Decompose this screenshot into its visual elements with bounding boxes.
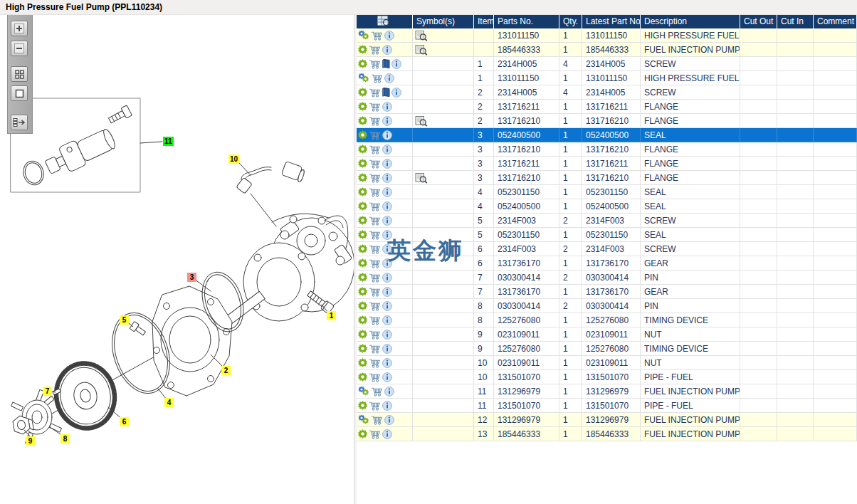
table-row[interactable]: 81252760801125276080TIMING DEVICE	[356, 313, 857, 327]
cart-icon[interactable]	[371, 415, 383, 425]
gear-icon[interactable]	[358, 344, 367, 353]
cart-icon[interactable]	[369, 102, 381, 112]
table-row[interactable]: 121312969791131296979FUEL INJECTION PUMP…	[356, 413, 857, 427]
gear-icon[interactable]	[358, 59, 367, 68]
tile-view-button[interactable]	[11, 66, 28, 82]
info-icon[interactable]	[382, 216, 392, 226]
actual-size-view-button[interactable]	[11, 85, 28, 101]
cart-icon[interactable]	[369, 201, 381, 211]
table-row[interactable]: 40523011501052301150SEAL	[356, 185, 857, 199]
gear-icon[interactable]	[358, 201, 367, 211]
cart-icon[interactable]	[369, 145, 381, 154]
info-icon[interactable]	[384, 31, 394, 41]
gear-icon[interactable]	[358, 301, 367, 310]
info-icon[interactable]	[391, 88, 401, 98]
zoom-in-button[interactable]	[11, 21, 28, 36]
info-icon[interactable]	[382, 230, 392, 240]
table-row[interactable]: 100231090111023109011NUT	[356, 356, 857, 370]
panel-splitter[interactable]	[354, 14, 357, 504]
cart-icon[interactable]	[369, 258, 381, 268]
info-icon[interactable]	[391, 59, 401, 69]
table-row[interactable]: 91252760801125276080TIMING DEVICE	[356, 342, 857, 356]
info-icon[interactable]	[384, 387, 394, 397]
column-header-item[interactable]: Item	[474, 14, 494, 28]
info-icon[interactable]	[382, 173, 392, 183]
info-icon[interactable]	[382, 102, 392, 112]
table-row[interactable]: 61317361701131736170GEAR	[356, 256, 857, 271]
gears-icon[interactable]	[358, 386, 369, 397]
book-icon[interactable]	[382, 59, 390, 68]
cart-icon[interactable]	[369, 173, 381, 183]
column-header-description[interactable]: Description	[641, 14, 740, 28]
info-icon[interactable]	[382, 287, 392, 297]
info-icon[interactable]	[382, 315, 392, 325]
gear-icon[interactable]	[358, 401, 367, 410]
gear-icon[interactable]	[358, 244, 367, 253]
callout-label-2[interactable]: 2	[221, 366, 231, 375]
lookup-icon[interactable]	[415, 115, 428, 127]
gear-icon[interactable]	[358, 429, 367, 439]
gear-icon[interactable]	[358, 159, 367, 168]
cart-icon[interactable]	[369, 358, 381, 368]
cart-icon[interactable]	[369, 344, 381, 354]
book-icon[interactable]	[382, 88, 390, 97]
gear-icon[interactable]	[358, 130, 367, 140]
info-icon[interactable]	[382, 145, 392, 154]
callout-label-11[interactable]: 11	[163, 137, 174, 146]
info-icon[interactable]	[382, 45, 392, 55]
cart-icon[interactable]	[369, 315, 381, 325]
table-row[interactable]: 52314F00322314F003SCREW	[356, 214, 857, 228]
gear-icon[interactable]	[358, 45, 367, 54]
info-icon[interactable]	[382, 301, 392, 311]
gear-icon[interactable]	[358, 358, 367, 367]
callout-label-6[interactable]: 6	[120, 417, 129, 426]
gear-icon[interactable]	[358, 273, 367, 282]
cart-icon[interactable]	[369, 116, 381, 126]
gear-icon[interactable]	[358, 287, 367, 296]
info-icon[interactable]	[382, 116, 392, 126]
column-header-cut_in[interactable]: Cut In	[777, 14, 814, 28]
info-icon[interactable]	[382, 187, 392, 197]
gear-icon[interactable]	[358, 145, 367, 154]
gear-icon[interactable]	[358, 173, 367, 182]
table-row[interactable]: 101315010701131501070PIPE - FUEL	[356, 370, 857, 384]
info-icon[interactable]	[382, 130, 392, 140]
table-row[interactable]: 1854463331185446333FUEL INJECTION PUMP K…	[356, 43, 857, 57]
gear-icon[interactable]	[358, 116, 367, 125]
callout-label-1[interactable]: 1	[327, 311, 336, 320]
table-row[interactable]: 40524005001052400500SEAL	[356, 199, 857, 214]
cart-icon[interactable]	[369, 159, 381, 169]
info-icon[interactable]	[382, 429, 392, 439]
cart-icon[interactable]	[371, 387, 383, 397]
cart-icon[interactable]	[369, 429, 381, 439]
cart-icon[interactable]	[369, 59, 381, 69]
column-header-symbols[interactable]: Symbol(s)	[413, 14, 474, 28]
cart-icon[interactable]	[369, 130, 381, 140]
info-icon[interactable]	[382, 401, 392, 411]
gear-icon[interactable]	[358, 88, 367, 97]
lookup-icon[interactable]	[415, 172, 428, 184]
zoom-out-button[interactable]	[11, 41, 28, 56]
cart-icon[interactable]	[369, 187, 381, 197]
gears-icon[interactable]	[358, 73, 369, 83]
callout-label-4[interactable]: 4	[164, 398, 174, 407]
cart-icon[interactable]	[369, 244, 381, 254]
table-row[interactable]: 62314F00322314F003SCREW	[356, 242, 857, 256]
table-row[interactable]: 30524005001052400500SEAL	[356, 128, 857, 142]
callout-label-7[interactable]: 7	[43, 387, 52, 396]
column-header-cut_out[interactable]: Cut Out	[740, 14, 777, 28]
table-row[interactable]: 31317162101131716210FLANGE	[356, 142, 857, 157]
cart-icon[interactable]	[371, 31, 383, 41]
callout-label-9[interactable]: 9	[26, 436, 35, 446]
table-row[interactable]: 131854463331185446333FUEL INJECTION PUMP…	[356, 427, 857, 441]
table-row[interactable]: 70303004142030300414PIN	[356, 271, 857, 285]
gear-icon[interactable]	[358, 372, 367, 382]
lookup-icon[interactable]	[415, 44, 428, 56]
info-icon[interactable]	[382, 244, 392, 254]
table-row[interactable]: 50523011501052301150SEAL	[356, 228, 857, 242]
info-icon[interactable]	[382, 159, 392, 169]
gear-icon[interactable]	[358, 330, 367, 339]
info-icon[interactable]	[384, 415, 394, 425]
info-icon[interactable]	[382, 330, 392, 340]
info-icon[interactable]	[382, 372, 392, 382]
